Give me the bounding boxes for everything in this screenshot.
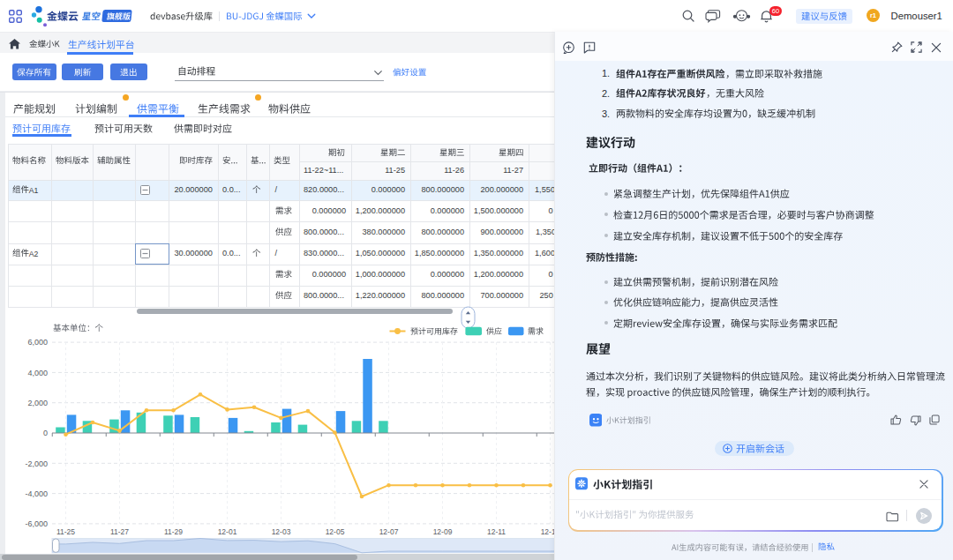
svg-text:-2,000: -2,000	[25, 459, 48, 468]
svg-text:12-11: 12-11	[487, 527, 506, 536]
svg-text:12-01: 12-01	[218, 527, 237, 536]
svg-text:11-25: 11-25	[56, 527, 75, 536]
svg-text:12-13: 12-13	[541, 527, 554, 536]
svg-text:2,000: 2,000	[27, 399, 48, 407]
svg-text:12-03: 12-03	[272, 527, 291, 536]
svg-text:4,000: 4,000	[27, 369, 48, 377]
svg-text:12-05: 12-05	[326, 527, 345, 536]
svg-text:-4,000: -4,000	[25, 489, 48, 498]
svg-text:0: 0	[43, 429, 48, 437]
svg-text:11-29: 11-29	[164, 527, 183, 536]
svg-text:6,000: 6,000	[27, 338, 48, 347]
svg-text:-6,000: -6,000	[25, 519, 48, 528]
svg-text:11-27: 11-27	[110, 527, 129, 536]
svg-text:12-09: 12-09	[433, 527, 453, 536]
svg-text:12-07: 12-07	[379, 527, 399, 536]
